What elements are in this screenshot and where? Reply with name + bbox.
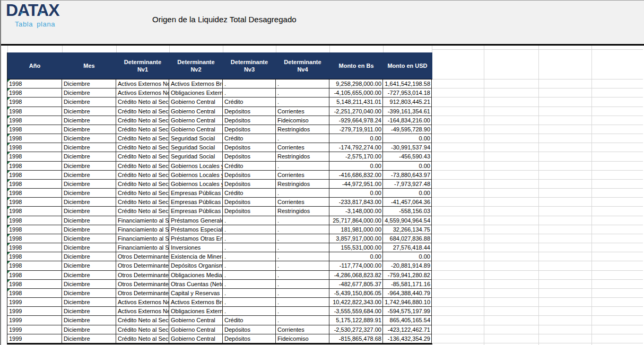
cell-nv2[interactable]: Activos Externos Brut — [169, 79, 223, 89]
cell-nv1[interactable]: Crédito Neto al Secto — [116, 116, 169, 125]
cell-usd[interactable]: 1,742,946,880.10 — [383, 298, 432, 307]
cell-nv3[interactable]: Crédito — [223, 316, 276, 325]
cell-nv1[interactable]: Crédito Neto al Secto — [116, 98, 169, 107]
cell-nv4[interactable]: . — [276, 298, 329, 307]
cell-mes[interactable]: Diciembre — [62, 225, 116, 234]
cell-nv3[interactable]: Crédito — [223, 134, 276, 143]
cell-usd[interactable]: 684,027,836.88 — [383, 234, 432, 243]
cell-nv1[interactable]: Crédito Neto al Secto — [116, 180, 169, 189]
cell-nv2[interactable]: Obligaciones Externa — [169, 89, 223, 98]
cell-nv1[interactable]: Crédito Neto al Secto — [116, 171, 169, 180]
cell-nv3[interactable]: Depósitos — [223, 207, 276, 216]
column-header-nv1[interactable]: DeterminanteNv1 — [116, 58, 169, 73]
cell-usd[interactable]: 32,266,134.75 — [383, 225, 432, 234]
cell-nv3[interactable]: . — [223, 79, 276, 89]
cell-mes[interactable]: Diciembre — [62, 316, 116, 325]
cell-nv3[interactable]: Depósitos — [223, 334, 276, 343]
cell-nv1[interactable]: Crédito Neto al Secto — [116, 198, 169, 207]
cell-nv1[interactable]: Otros Determinantes — [116, 252, 169, 261]
cell-nv2[interactable]: Gobierno Central — [169, 98, 223, 107]
cell-nv2[interactable]: Inversiones — [169, 243, 223, 252]
cell-ano[interactable]: 1998 — [7, 162, 62, 171]
cell-ano[interactable]: 1999 — [7, 316, 62, 325]
cell-mes[interactable]: Diciembre — [62, 89, 116, 98]
cell-nv4[interactable]: . — [276, 162, 329, 171]
cell-mes[interactable]: Diciembre — [62, 280, 116, 289]
cell-nv1[interactable]: Crédito Neto al Secto — [116, 162, 169, 171]
cell-nv4[interactable]: Corrientes — [276, 143, 329, 152]
column-header-nv4[interactable]: DeterminanteNv4 — [276, 58, 329, 73]
cell-nv1[interactable]: Otros Determinantes — [116, 280, 169, 289]
cell-usd[interactable]: -594,575,197.99 — [383, 307, 432, 316]
cell-nv2[interactable]: Otras Cuentas (Neto) — [169, 280, 223, 289]
cell-ano[interactable]: 1998 — [7, 79, 62, 89]
cell-mes[interactable]: Diciembre — [62, 261, 116, 270]
cell-ano[interactable]: 1998 — [7, 171, 62, 180]
cell-nv3[interactable]: . — [223, 307, 276, 316]
cell-bs[interactable]: -117,774,000.00 — [329, 261, 383, 270]
cell-nv1[interactable]: Crédito Neto al Secto — [116, 334, 169, 343]
cell-ano[interactable]: 1998 — [7, 234, 62, 243]
column-header-usd[interactable]: Monto en USD — [383, 62, 432, 69]
cell-mes[interactable]: Diciembre — [62, 234, 116, 243]
cell-ano[interactable]: 1998 — [7, 107, 62, 116]
cell-nv2[interactable]: Gobierno Central — [169, 325, 223, 334]
cell-bs[interactable]: 0.00 — [329, 162, 383, 171]
cell-mes[interactable]: Diciembre — [62, 298, 116, 307]
cell-nv3[interactable]: Depósitos — [223, 171, 276, 180]
cell-nv4[interactable]: . — [276, 225, 329, 234]
cell-ano[interactable]: 1998 — [7, 134, 62, 143]
cell-usd[interactable]: -30,991,537.94 — [383, 143, 432, 152]
cell-nv4[interactable]: Corrientes — [276, 107, 329, 116]
cell-mes[interactable]: Diciembre — [62, 125, 116, 134]
cell-nv2[interactable]: Seguridad Social — [169, 134, 223, 143]
cell-nv2[interactable]: Gobierno Central — [169, 334, 223, 343]
cell-mes[interactable]: Diciembre — [62, 307, 116, 316]
cell-nv1[interactable]: Activos Externos Net — [116, 89, 169, 98]
column-header-nv3[interactable]: DeterminanteNv3 — [223, 58, 276, 73]
cell-nv2[interactable]: Empresas Públicas — [169, 198, 223, 207]
cell-nv1[interactable]: Otros Determinantes — [116, 261, 169, 270]
cell-nv2[interactable]: Préstamos Generales — [169, 216, 223, 225]
cell-bs[interactable]: -3,148,000.00 — [329, 207, 383, 216]
cell-nv3[interactable]: . — [223, 216, 276, 225]
cell-mes[interactable]: Diciembre — [62, 171, 116, 180]
cell-mes[interactable]: Diciembre — [62, 143, 116, 152]
cell-mes[interactable]: Diciembre — [62, 334, 116, 343]
cell-usd[interactable]: -41,457,064.36 — [383, 198, 432, 207]
cell-nv2[interactable]: Gobierno Central — [169, 107, 223, 116]
cell-nv2[interactable]: Depósitos Organismo — [169, 261, 223, 270]
cell-nv1[interactable]: Financiamiento al Se — [116, 225, 169, 234]
cell-usd[interactable]: -7,973,927.48 — [383, 180, 432, 189]
cell-mes[interactable]: Diciembre — [62, 116, 116, 125]
cell-ano[interactable]: 1998 — [7, 216, 62, 225]
cell-mes[interactable]: Diciembre — [62, 98, 116, 107]
cell-mes[interactable]: Diciembre — [62, 207, 116, 216]
cell-nv3[interactable]: Depósitos — [223, 198, 276, 207]
cell-nv4[interactable]: . — [276, 243, 329, 252]
cell-nv3[interactable]: Depósitos — [223, 180, 276, 189]
cell-ano[interactable]: 1998 — [7, 198, 62, 207]
cell-nv4[interactable]: Corrientes — [276, 171, 329, 180]
cell-nv4[interactable]: . — [276, 289, 329, 298]
cell-ano[interactable]: 1998 — [7, 189, 62, 198]
cell-nv2[interactable]: Seguridad Social — [169, 143, 223, 152]
cell-nv4[interactable]: . — [276, 280, 329, 289]
cell-ano[interactable]: 1998 — [7, 252, 62, 261]
cell-usd[interactable]: 0.00 — [383, 134, 432, 143]
cell-bs[interactable]: -815,865,478.68 — [329, 334, 383, 343]
cell-ano[interactable]: 1998 — [7, 180, 62, 189]
cell-nv2[interactable]: Gobiernos Locales y I — [169, 171, 223, 180]
column-header-ano[interactable]: Año — [7, 62, 62, 69]
cell-nv4[interactable]: Corrientes — [276, 198, 329, 207]
cell-nv4[interactable]: . — [276, 89, 329, 98]
cell-ano[interactable]: 1998 — [7, 152, 62, 161]
cell-ano[interactable]: 1998 — [7, 280, 62, 289]
cell-ano[interactable]: 1998 — [7, 143, 62, 152]
cell-bs[interactable]: -416,686,832.00 — [329, 171, 383, 180]
cell-nv4[interactable]: Restringidos — [276, 180, 329, 189]
cell-nv3[interactable]: Depósitos — [223, 152, 276, 161]
cell-usd[interactable]: -85,581,171.16 — [383, 280, 432, 289]
cell-nv4[interactable]: Fideicomiso — [276, 334, 329, 343]
cell-nv4[interactable]: . — [276, 252, 329, 261]
